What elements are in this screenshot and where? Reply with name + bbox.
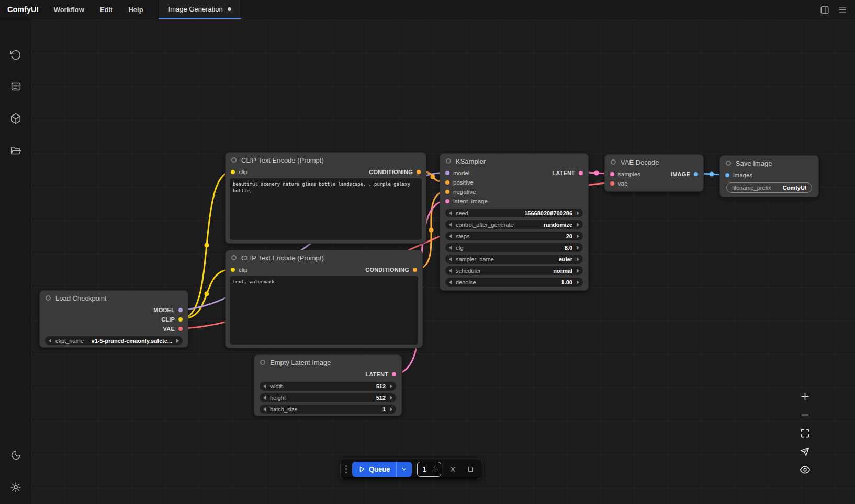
sidebar-item-workflow-history[interactable] (7, 46, 25, 64)
port-latent-image-input[interactable] (445, 199, 449, 203)
decrement-arrow-icon[interactable] (263, 396, 266, 400)
increment-arrow-icon[interactable] (577, 211, 579, 215)
theme-toggle-button[interactable] (7, 446, 25, 464)
menu-workflow[interactable]: Workflow (46, 0, 92, 19)
widget-control-after-generate[interactable]: control_after_generate randomize (445, 220, 583, 229)
increment-arrow-icon[interactable] (390, 407, 392, 411)
zoom-in-button[interactable] (796, 387, 814, 406)
collapse-dot[interactable] (260, 360, 265, 365)
decrement-arrow-icon[interactable] (449, 269, 452, 273)
node-clip-text-encode-positive[interactable]: CLIP Text Encode (Prompt) clip CONDITION… (225, 152, 426, 244)
settings-button[interactable] (7, 478, 25, 496)
queue-options-button[interactable] (396, 462, 412, 477)
tab-image-generation[interactable]: Image Generation (159, 0, 241, 19)
decrement-arrow-icon[interactable] (49, 339, 51, 343)
decrement-arrow-icon[interactable] (449, 211, 452, 215)
sidebar-item-model-library[interactable] (7, 110, 25, 128)
increment-arrow-icon[interactable] (577, 246, 579, 250)
node-clip-text-encode-negative[interactable]: CLIP Text Encode (Prompt) clip CONDITION… (225, 250, 423, 348)
increment-arrow-icon[interactable] (577, 257, 579, 261)
node-title-bar[interactable]: Load Checkpoint (40, 291, 188, 305)
widget-ckpt-name[interactable]: ckpt_name v1-5-pruned-emaonly.safete... (45, 336, 183, 345)
select-mode-button[interactable] (796, 442, 814, 461)
port-model-output[interactable] (178, 308, 183, 312)
menu-edit[interactable]: Edit (92, 0, 121, 19)
widget-steps[interactable]: steps 20 (445, 232, 583, 240)
collapse-dot[interactable] (231, 157, 237, 163)
stop-button[interactable] (464, 463, 477, 475)
port-samples-input[interactable] (610, 172, 614, 176)
widget-denoise[interactable]: denoise 1.00 (445, 278, 583, 287)
port-vae-output[interactable] (178, 327, 183, 331)
port-clip-input[interactable] (231, 268, 235, 272)
decrement-arrow-icon[interactable] (449, 223, 452, 227)
node-title-bar[interactable]: CLIP Text Encode (Prompt) (226, 250, 422, 265)
panel-toggle-button[interactable] (817, 3, 832, 17)
node-title-bar[interactable]: VAE Decode (605, 155, 703, 169)
collapse-dot[interactable] (611, 159, 616, 165)
node-empty-latent-image[interactable]: Empty Latent Image LATENT width 512 heig… (254, 354, 402, 416)
decrement-arrow-icon[interactable] (449, 280, 452, 284)
node-title-bar[interactable]: KSampler (440, 154, 588, 168)
decrement-arrow-icon[interactable] (449, 246, 452, 250)
node-title-bar[interactable]: Save Image (720, 156, 818, 170)
collapse-dot[interactable] (46, 295, 51, 301)
prompt-textarea[interactable]: beautiful scenery nature glass bottle la… (230, 178, 422, 240)
node-title-bar[interactable]: Empty Latent Image (254, 355, 401, 370)
increment-arrow-icon[interactable] (390, 384, 392, 388)
increment-arrow-icon[interactable] (577, 269, 579, 273)
decrement-arrow-icon[interactable] (449, 234, 452, 238)
prompt-textarea[interactable]: text, watermark (230, 276, 418, 345)
port-vae-input[interactable] (610, 181, 614, 186)
port-conditioning-output[interactable] (413, 268, 417, 272)
port-latent-output[interactable] (579, 171, 583, 175)
port-negative-input[interactable] (445, 190, 449, 194)
increment-arrow-icon[interactable] (577, 223, 579, 227)
step-up-icon[interactable] (433, 465, 438, 468)
port-conditioning-output[interactable] (417, 170, 421, 174)
port-label: IMAGE (671, 171, 690, 177)
widget-seed[interactable]: seed 156680208700286 (445, 209, 583, 217)
widget-scheduler[interactable]: scheduler normal (445, 266, 583, 275)
port-image-output[interactable] (694, 172, 698, 176)
widget-width[interactable]: width 512 (260, 382, 396, 391)
toggle-visibility-button[interactable] (796, 461, 814, 479)
queue-run-button[interactable]: Queue (352, 462, 396, 477)
node-load-checkpoint[interactable]: Load Checkpoint MODEL CLIP VAE ckpt_name… (39, 290, 188, 348)
increment-arrow-icon[interactable] (577, 280, 579, 284)
collapse-dot[interactable] (231, 255, 237, 260)
drag-handle-icon[interactable] (345, 465, 347, 473)
port-model-input[interactable] (445, 171, 449, 175)
port-images-input[interactable] (725, 173, 729, 177)
port-clip-input[interactable] (231, 170, 235, 174)
increment-arrow-icon[interactable] (390, 396, 392, 400)
batch-count-input[interactable]: 1 (417, 462, 441, 477)
node-ksampler[interactable]: KSampler model LATENT positive negative … (440, 153, 589, 291)
node-vae-decode[interactable]: VAE Decode samples IMAGE vae (604, 154, 704, 192)
collapse-dot[interactable] (446, 158, 451, 164)
widget-sampler-name[interactable]: sampler_name euler (445, 255, 583, 264)
port-latent-output[interactable] (392, 372, 396, 376)
widget-batch-size[interactable]: batch_size 1 (260, 405, 396, 414)
decrement-arrow-icon[interactable] (449, 257, 452, 261)
node-save-image[interactable]: Save Image images filename_prefix ComfyU… (719, 155, 819, 197)
widget-height[interactable]: height 512 (260, 393, 396, 402)
decrement-arrow-icon[interactable] (263, 407, 266, 411)
increment-arrow-icon[interactable] (577, 234, 579, 238)
node-title-bar[interactable]: CLIP Text Encode (Prompt) (226, 153, 426, 167)
widget-cfg[interactable]: cfg 8.0 (445, 243, 583, 252)
fit-view-button[interactable] (796, 424, 814, 442)
clear-queue-button[interactable] (446, 463, 459, 475)
port-positive-input[interactable] (445, 180, 449, 185)
sidebar-item-workflows[interactable] (7, 142, 25, 160)
port-clip-output[interactable] (178, 317, 183, 322)
menu-help[interactable]: Help (120, 0, 151, 19)
zoom-out-button[interactable] (796, 406, 814, 424)
main-menu-button[interactable] (835, 3, 850, 17)
decrement-arrow-icon[interactable] (263, 384, 266, 388)
step-down-icon[interactable] (433, 469, 438, 473)
widget-filename-prefix[interactable]: filename_prefix ComfyUI (726, 182, 812, 193)
collapse-dot[interactable] (726, 161, 731, 166)
increment-arrow-icon[interactable] (176, 339, 179, 343)
sidebar-item-queue[interactable] (7, 77, 25, 95)
